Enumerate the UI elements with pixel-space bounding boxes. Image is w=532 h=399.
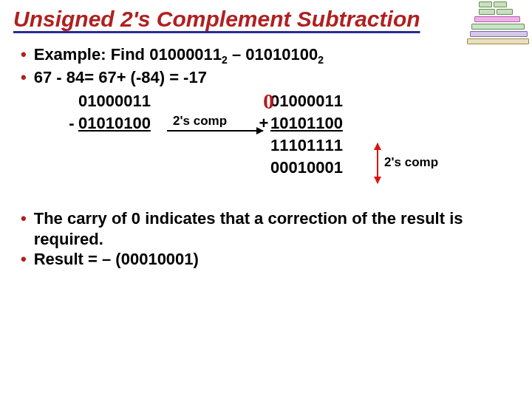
bullet-icon: • xyxy=(21,44,27,65)
abstraction-pyramid-graphic xyxy=(463,0,529,44)
twos-comp-result-label: 2's comp xyxy=(384,155,438,170)
right-sum: 11101111 xyxy=(270,136,359,155)
result-text: Result = – (00010001) xyxy=(34,249,199,270)
left-minuend: 01000011 xyxy=(78,92,167,111)
decimal-bullet: • 67 - 84= 67+ (-84) = -17 xyxy=(21,67,519,88)
t-zero: 0 xyxy=(132,209,140,228)
example-dash: – xyxy=(228,45,245,64)
arrow-vertical-icon xyxy=(377,143,378,183)
t-correction: correction xyxy=(267,209,347,228)
twos-comp-arrow-label: 2's comp xyxy=(173,114,227,129)
subtrahend-base: 2 xyxy=(318,54,324,66)
right-minuend: 01000011 xyxy=(270,92,359,111)
t-mid1: of xyxy=(107,209,132,228)
t-mid2: indicates that a xyxy=(140,209,267,228)
example-prefix: Example: Find xyxy=(34,45,149,64)
decimal-line: 67 - 84= 67+ (-84) = -17 xyxy=(34,67,207,88)
t-pre: The xyxy=(34,209,67,228)
carry-zero: 0 xyxy=(263,89,274,114)
example-bullet: • Example: Find 010000112 – 010101002 xyxy=(21,44,519,67)
minuend-base: 2 xyxy=(222,54,228,66)
binary-calculation: 0 01000011 01000011 - 01010100 + 1010110… xyxy=(65,92,519,180)
left-minus-sign: - xyxy=(65,114,78,133)
left-subtrahend: 01010100 xyxy=(78,114,167,133)
slide-title: Unsigned 2's Complement Subtraction xyxy=(13,6,519,33)
bullet-icon: • xyxy=(21,208,27,229)
bullet-icon: • xyxy=(21,67,27,88)
bullet-icon: • xyxy=(21,249,27,270)
result-bullet: • Result = – (00010001) xyxy=(21,249,519,270)
subtrahend-bits: 01010100 xyxy=(245,45,318,64)
right-result: 00010001 xyxy=(270,158,359,177)
right-addend: 10101100 xyxy=(270,114,359,133)
minuend-bits: 01000011 xyxy=(149,45,222,64)
arrow-right-icon xyxy=(167,130,263,132)
carry-explain-bullet: • The carry of 0 indicates that a correc… xyxy=(21,208,519,249)
t-carry: carry xyxy=(67,209,107,228)
